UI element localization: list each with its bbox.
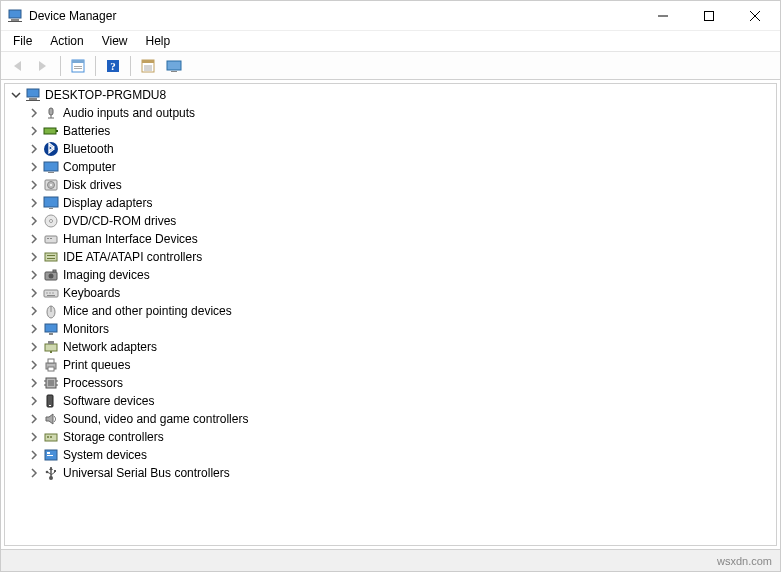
bluetooth-icon	[43, 141, 59, 157]
tree-item[interactable]: Monitors	[5, 320, 776, 338]
expander-icon[interactable]	[27, 322, 41, 336]
monitor-icon	[43, 321, 59, 337]
tree-item-label: Batteries	[63, 124, 110, 138]
tree-item-label: Storage controllers	[63, 430, 164, 444]
storage-icon	[43, 429, 59, 445]
expander-icon[interactable]	[27, 304, 41, 318]
network-icon	[43, 339, 59, 355]
expander-icon[interactable]	[27, 412, 41, 426]
toolbar-separator	[95, 56, 96, 76]
tree-item[interactable]: Bluetooth	[5, 140, 776, 158]
tree-item-label: Processors	[63, 376, 123, 390]
menu-help[interactable]: Help	[138, 32, 179, 50]
tree-item-label: Monitors	[63, 322, 109, 336]
tree-item[interactable]: Audio inputs and outputs	[5, 104, 776, 122]
tree-item[interactable]: Universal Serial Bus controllers	[5, 464, 776, 482]
imaging-icon	[43, 267, 59, 283]
expander-icon[interactable]	[27, 160, 41, 174]
tree-item[interactable]: Batteries	[5, 122, 776, 140]
tree-item-label: DVD/CD-ROM drives	[63, 214, 176, 228]
tree-item[interactable]: Human Interface Devices	[5, 230, 776, 248]
expander-icon[interactable]	[27, 196, 41, 210]
tree-root[interactable]: DESKTOP-PRGMDU8	[5, 86, 776, 104]
expander-icon[interactable]	[27, 376, 41, 390]
computer-icon	[43, 159, 59, 175]
tree-item[interactable]: Processors	[5, 374, 776, 392]
expander-icon[interactable]	[27, 214, 41, 228]
tree-item-label: Display adapters	[63, 196, 152, 210]
tree-item[interactable]: System devices	[5, 446, 776, 464]
expander-open-icon[interactable]	[9, 88, 23, 102]
display-icon	[43, 195, 59, 211]
forward-icon	[35, 58, 51, 74]
usb-icon	[43, 465, 59, 481]
menu-help-label: Help	[146, 34, 171, 48]
menu-view[interactable]: View	[94, 32, 136, 50]
computer-icon	[25, 87, 41, 103]
expander-icon[interactable]	[27, 430, 41, 444]
tree-item[interactable]: DVD/CD-ROM drives	[5, 212, 776, 230]
menubar: File Action View Help	[1, 31, 780, 52]
tree-item-label: Print queues	[63, 358, 130, 372]
toolbar-view-button[interactable]	[136, 55, 160, 77]
tree-item[interactable]: Display adapters	[5, 194, 776, 212]
expander-icon[interactable]	[27, 124, 41, 138]
printer-icon	[43, 357, 59, 373]
expander-icon[interactable]	[27, 250, 41, 264]
expander-icon[interactable]	[27, 268, 41, 282]
expander-icon[interactable]	[27, 448, 41, 462]
expander-icon[interactable]	[27, 178, 41, 192]
toolbar-properties-button[interactable]	[66, 55, 90, 77]
toolbar-show-hidden-button[interactable]	[162, 55, 186, 77]
expander-icon[interactable]	[27, 286, 41, 300]
tree-item[interactable]: Keyboards	[5, 284, 776, 302]
sound-icon	[43, 411, 59, 427]
toolbar-forward-button[interactable]	[31, 55, 55, 77]
close-button[interactable]	[732, 1, 778, 31]
tree-item[interactable]: Print queues	[5, 356, 776, 374]
tree-item-label: Audio inputs and outputs	[63, 106, 195, 120]
toolbar-separator	[130, 56, 131, 76]
hid-icon	[43, 231, 59, 247]
cpu-icon	[43, 375, 59, 391]
tree-item-label: Keyboards	[63, 286, 120, 300]
menu-file-label: File	[13, 34, 32, 48]
list-icon	[140, 58, 156, 74]
tree-item[interactable]: Storage controllers	[5, 428, 776, 446]
tree-item[interactable]: Disk drives	[5, 176, 776, 194]
titlebar: Device Manager	[1, 1, 780, 31]
expander-icon[interactable]	[27, 394, 41, 408]
tree-item-label: Computer	[63, 160, 116, 174]
tree-item-label: Universal Serial Bus controllers	[63, 466, 230, 480]
tree-item-label: Imaging devices	[63, 268, 150, 282]
tree-item-label: Software devices	[63, 394, 154, 408]
tree-item[interactable]: Computer	[5, 158, 776, 176]
minimize-button[interactable]	[640, 1, 686, 31]
expander-icon[interactable]	[27, 232, 41, 246]
tree-item[interactable]: IDE ATA/ATAPI controllers	[5, 248, 776, 266]
expander-icon[interactable]	[27, 142, 41, 156]
tree-item[interactable]: Software devices	[5, 392, 776, 410]
system-icon	[43, 447, 59, 463]
menu-action[interactable]: Action	[42, 32, 91, 50]
menu-view-label: View	[102, 34, 128, 48]
window-title: Device Manager	[29, 9, 116, 23]
statusbar: wsxdn.com	[1, 549, 780, 571]
expander-icon[interactable]	[27, 466, 41, 480]
maximize-button[interactable]	[686, 1, 732, 31]
toolbar-help-button[interactable]	[101, 55, 125, 77]
tree-item[interactable]: Mice and other pointing devices	[5, 302, 776, 320]
expander-icon[interactable]	[27, 106, 41, 120]
svg-rect-74	[705, 11, 714, 20]
mouse-icon	[43, 303, 59, 319]
tree-item[interactable]: Imaging devices	[5, 266, 776, 284]
expander-icon[interactable]	[27, 358, 41, 372]
menu-file[interactable]: File	[5, 32, 40, 50]
expander-icon[interactable]	[27, 340, 41, 354]
tree-item[interactable]: Sound, video and game controllers	[5, 410, 776, 428]
toolbar-back-button[interactable]	[5, 55, 29, 77]
device-tree[interactable]: DESKTOP-PRGMDU8 Audio inputs and outputs…	[4, 83, 777, 546]
keyboard-icon	[43, 285, 59, 301]
tree-item-label: IDE ATA/ATAPI controllers	[63, 250, 202, 264]
tree-item[interactable]: Network adapters	[5, 338, 776, 356]
